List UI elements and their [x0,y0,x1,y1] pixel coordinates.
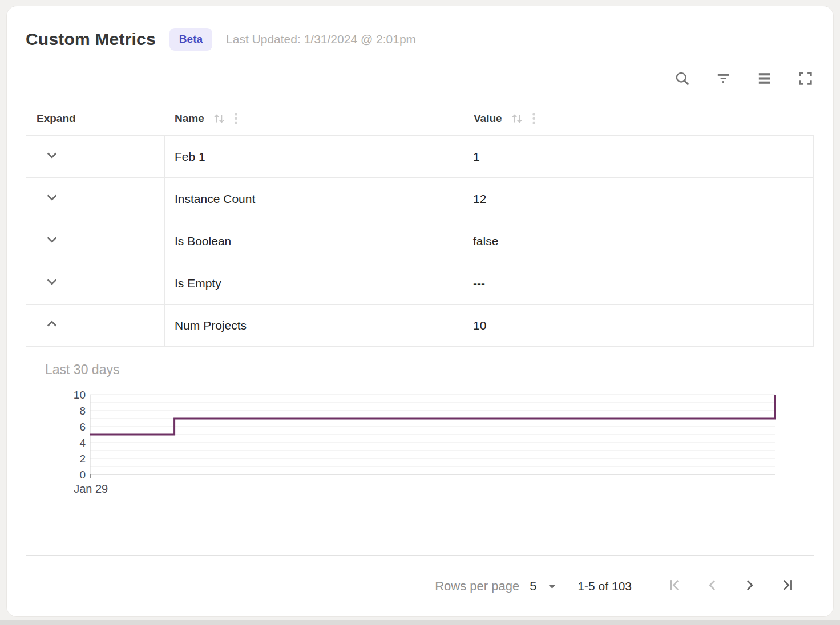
previous-page-button[interactable] [705,579,720,594]
sort-icon[interactable] [510,112,524,125]
column-label: Name [175,112,204,125]
first-page-icon [667,578,682,595]
column-header-value[interactable]: Value [464,111,814,126]
expand-row-button[interactable] [43,148,60,165]
chevron-left-icon [705,578,720,595]
table-footer: Rows per page 5 1-5 of 103 [26,555,814,616]
last-page-button[interactable] [780,579,795,594]
chevron-down-icon [45,274,59,292]
name-cell: Is Empty [165,262,463,304]
y-tick-label: 10 [74,389,86,400]
value-cell: --- [463,262,813,304]
density-button[interactable] [755,70,773,88]
metrics-table: Expand Name Value [26,102,814,347]
table-row: Is Empty --- [26,262,813,305]
value-cell: 12 [463,178,813,220]
expand-cell [26,220,165,262]
fullscreen-button[interactable] [796,70,814,88]
chevron-up-icon [45,316,59,334]
card-header: Custom Metrics Beta Last Updated: 1/31/2… [26,6,814,51]
expand-cell [26,178,165,220]
name-cell: Is Boolean [165,220,463,262]
rows-per-page-label: Rows per page [435,579,519,594]
expand-row-button[interactable] [43,190,60,208]
next-page-button[interactable] [742,579,757,594]
value-cell: 1 [463,136,813,177]
page-title: Custom Metrics [26,30,156,49]
table-row: Feb 1 1 [26,136,813,178]
y-tick-label: 4 [79,437,86,448]
pagination-buttons [644,579,795,594]
beta-badge: Beta [169,28,212,51]
value-cell: false [463,220,813,262]
density-icon [756,70,773,89]
column-label: Expand [37,112,76,125]
table-row: Instance Count 12 [26,178,813,220]
search-icon [674,70,690,89]
y-tick-label: 2 [79,453,86,464]
name-cell: Feb 1 [165,136,463,177]
column-menu-icon[interactable] [531,111,536,126]
chevron-down-icon [548,584,556,589]
table-body: Feb 1 1 Instance Count 12 Is Boole [26,135,814,347]
chart-plot-area: Jan 29 [90,395,775,474]
custom-metrics-card: Custom Metrics Beta Last Updated: 1/31/2… [6,6,834,617]
search-button[interactable] [673,70,691,88]
chevron-down-icon [45,190,59,208]
rows-per-page-select[interactable]: 5 [530,579,556,594]
expand-row-button[interactable] [43,233,60,250]
step-line-chart: 0246810 Jan 29 [66,395,775,474]
fullscreen-icon [797,70,814,89]
y-axis-labels: 0246810 [66,395,90,474]
chart-title: Last 30 days [45,362,814,378]
table-toolbar [26,67,814,92]
column-label: Value [474,112,502,125]
expand-row-button[interactable] [43,275,60,292]
name-cell: Num Projects [165,305,463,346]
y-tick-label: 0 [79,469,86,480]
chevron-down-icon [45,148,59,165]
chevron-right-icon [742,578,757,595]
value-cell: 10 [463,305,813,346]
expanded-row-chart-section: Last 30 days 0246810 Jan 29 [26,362,814,474]
first-page-button[interactable] [667,579,682,594]
filter-icon [715,70,732,89]
rows-per-page-value: 5 [530,579,536,594]
last-updated-text: Last Updated: 1/31/2024 @ 2:01pm [226,33,416,46]
expand-cell [26,305,165,346]
name-cell: Instance Count [165,178,463,220]
column-header-name[interactable]: Name [165,111,464,126]
column-menu-icon[interactable] [233,111,239,126]
collapse-row-button[interactable] [43,317,60,334]
table-row: Num Projects 10 [26,305,813,347]
column-header-expand: Expand [26,112,165,125]
chevron-down-icon [45,232,59,250]
x-axis-tick [90,474,91,478]
sort-icon[interactable] [212,112,226,125]
y-tick-label: 6 [79,421,86,432]
filter-button[interactable] [714,70,732,88]
last-page-icon [780,578,795,595]
expand-cell [26,262,165,304]
x-axis-label: Jan 29 [74,482,108,496]
y-tick-label: 8 [79,405,86,416]
table-row: Is Boolean false [26,220,813,262]
bottom-edge-strip [0,620,840,625]
pagination-range-label: 1-5 of 103 [578,579,632,593]
expand-cell [26,136,165,177]
table-header-row: Expand Name Value [26,102,814,135]
chart-svg [90,395,775,474]
